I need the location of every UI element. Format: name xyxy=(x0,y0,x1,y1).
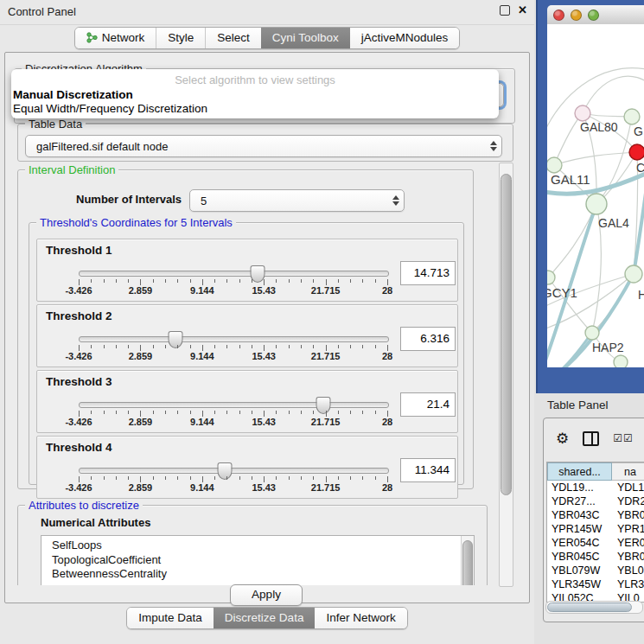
tab-label-jactivemnodules: jActiveMNodules xyxy=(361,31,449,44)
tab-select[interactable]: Select xyxy=(205,28,261,48)
algorithm-option-manual[interactable]: Manual Discretization xyxy=(11,88,499,102)
cell-shared-name[interactable]: YBR043C xyxy=(547,508,612,522)
tick-mark xyxy=(104,476,105,480)
network-node-gal80[interactable] xyxy=(575,105,590,121)
cell-name[interactable]: YBL0 xyxy=(612,564,644,577)
tick-mark xyxy=(276,411,277,414)
table-row[interactable]: YDR27...YDR2 xyxy=(547,494,644,508)
network-node-gal4[interactable] xyxy=(586,194,607,214)
apply-button[interactable]: Apply xyxy=(230,584,303,606)
tick-mark xyxy=(362,279,363,283)
tab-impute-data[interactable]: Impute Data xyxy=(127,608,214,628)
threshold-value-field[interactable]: 6.316 xyxy=(400,327,456,351)
cell-shared-name[interactable]: YER054C xyxy=(547,536,612,550)
control-panel-title: Control Panel xyxy=(8,5,76,18)
tab-infer-network[interactable]: Infer Network xyxy=(315,608,406,628)
tick-label: 2.859 xyxy=(129,285,153,296)
threshold-value-field[interactable]: 14.713 xyxy=(400,261,456,285)
tab-network[interactable]: Network xyxy=(75,28,156,48)
tick-mark xyxy=(202,476,203,482)
float-window-icon[interactable] xyxy=(500,5,510,16)
checkbox-pair-icon[interactable]: ☑☑ xyxy=(613,432,634,444)
attributes-list-scrollbar[interactable] xyxy=(461,536,474,585)
table-row[interactable]: YBR045CYBR0 xyxy=(547,550,644,564)
threshold-slider-track[interactable] xyxy=(79,271,389,277)
threshold-slider-track[interactable] xyxy=(79,336,389,342)
minimize-traffic-light-icon[interactable] xyxy=(571,10,582,21)
threshold-value-field[interactable]: 21.4 xyxy=(400,392,456,417)
scrollbar-thumb[interactable] xyxy=(547,603,632,612)
column-header-name[interactable]: na xyxy=(612,462,644,481)
cell-name[interactable]: YDR2 xyxy=(612,494,644,508)
tick-mark xyxy=(264,279,265,285)
cell-name[interactable]: YER0 xyxy=(612,536,644,550)
table-row[interactable]: YBR043CYBR0 xyxy=(547,508,644,522)
tick-mark xyxy=(301,476,302,480)
cell-name[interactable]: YPR1 xyxy=(612,522,644,536)
tab-discretize-data[interactable]: Discretize Data xyxy=(214,608,316,628)
tick-label: 28 xyxy=(382,285,392,296)
tick-mark xyxy=(289,476,290,480)
scrollbar-thumb[interactable] xyxy=(501,174,512,495)
cell-name[interactable]: YDL1 xyxy=(612,481,644,494)
network-node-hap2[interactable] xyxy=(585,326,599,340)
cell-shared-name[interactable]: YLR345W xyxy=(547,577,612,591)
attribute-item-selfloops[interactable]: SelfLoops xyxy=(41,536,474,553)
tick-label: 15.43 xyxy=(252,285,276,296)
close-traffic-light-icon[interactable] xyxy=(553,10,564,21)
table-data-combobox[interactable]: galFiltered.sif default node xyxy=(25,135,502,157)
network-node-gal11[interactable] xyxy=(547,157,562,173)
gear-icon[interactable]: ⚙ xyxy=(556,431,569,446)
network-node-gcy1[interactable] xyxy=(547,271,555,284)
column-header-shared-name[interactable]: shared... xyxy=(547,462,612,481)
cell-shared-name[interactable]: YDL19... xyxy=(547,481,612,494)
tick-mark xyxy=(177,279,178,283)
tick-mark xyxy=(79,279,80,285)
control-panel-window: Control Panel ✕ NetworkStyleSelectCyni T… xyxy=(0,0,534,644)
network-node-c[interactable] xyxy=(629,144,644,160)
tick-mark xyxy=(252,345,252,348)
tick-mark xyxy=(190,411,191,414)
zoom-traffic-light-icon[interactable] xyxy=(588,10,599,21)
table-data-title: Table Data xyxy=(25,118,86,131)
tab-cyni-toolbox[interactable]: Cyni Toolbox xyxy=(261,28,350,48)
threshold-slider-track[interactable] xyxy=(79,402,389,408)
table-row[interactable]: YPR145WYPR1 xyxy=(547,522,644,536)
tab-jactivemnodules[interactable]: jActiveMNodules xyxy=(350,28,460,48)
network-node-h[interactable] xyxy=(625,265,642,283)
cell-name[interactable]: YBR0 xyxy=(612,508,644,522)
attribute-item-betweennesscentrality[interactable]: BetweennessCentrality xyxy=(41,567,474,582)
attribute-item-topologicalcoefficient[interactable]: TopologicalCoefficient xyxy=(41,553,474,568)
table-data-value: galFiltered.sif default node xyxy=(26,140,486,153)
tick-mark xyxy=(313,345,314,348)
settings-scrollbar[interactable] xyxy=(499,163,513,587)
number-of-intervals-combobox[interactable]: 5 xyxy=(189,189,405,212)
table-row[interactable]: YDL19...YDL1 xyxy=(547,481,644,494)
cell-shared-name[interactable]: YDR27... xyxy=(547,494,612,508)
thresholds-group: Threshold's Coordinates for 5 Intervals … xyxy=(29,222,464,485)
threshold-value-field[interactable]: 11.344 xyxy=(400,458,456,482)
tick-mark xyxy=(326,411,327,417)
threshold-slider-track[interactable] xyxy=(79,468,389,474)
tick-label: 21.715 xyxy=(311,482,341,493)
close-icon[interactable]: ✕ xyxy=(518,5,527,16)
split-columns-icon[interactable] xyxy=(583,431,599,446)
table-row[interactable]: YLR345WYLR3 xyxy=(547,577,644,591)
cell-shared-name[interactable]: YBL079W xyxy=(547,564,612,577)
network-node[interactable] xyxy=(614,355,628,367)
cell-name[interactable]: YLR3 xyxy=(612,577,644,591)
algorithm-option-equal-width[interactable]: Equal Width/Frequency Discretization xyxy=(11,102,499,116)
table-row[interactable]: YBL079WYBL0 xyxy=(547,564,644,577)
numerical-attributes-list[interactable]: SelfLoopsTopologicalCoefficientBetweenne… xyxy=(41,535,475,585)
cell-shared-name[interactable]: YPR145W xyxy=(547,522,612,536)
cell-shared-name[interactable]: YBR045C xyxy=(547,550,612,564)
table-horizontal-scrollbar[interactable] xyxy=(545,601,643,614)
network-canvas[interactable]: GAL80GCGAL11GAL4GCY1HHAP2 xyxy=(547,24,644,367)
table-row[interactable]: YER054CYER0 xyxy=(547,536,644,550)
number-of-intervals-label: Number of Intervals xyxy=(76,189,182,210)
tab-style[interactable]: Style xyxy=(156,28,205,48)
scrollbar-thumb[interactable] xyxy=(462,540,473,585)
slider-tick-labels: -3.4262.8599.14415.4321.71528 xyxy=(79,482,387,493)
cell-name[interactable]: YBR0 xyxy=(612,550,644,564)
network-node-g[interactable] xyxy=(624,109,640,124)
